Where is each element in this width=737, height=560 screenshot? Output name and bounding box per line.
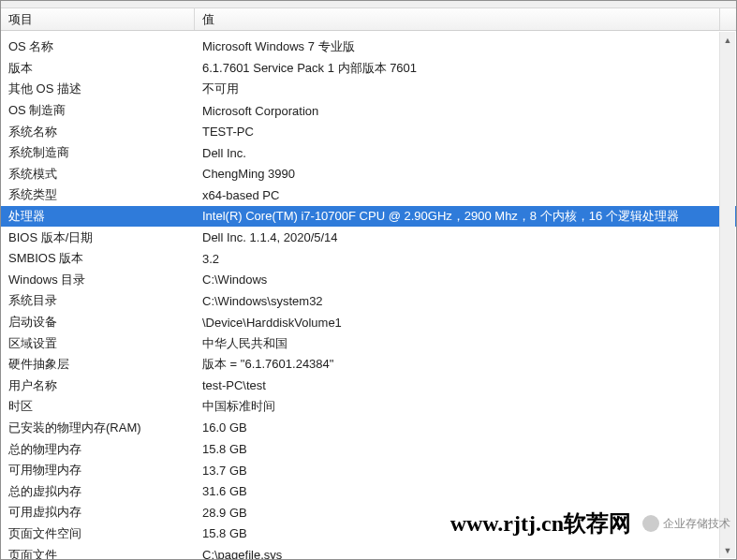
- table-row[interactable]: 总的物理内存15.8 GB: [1, 438, 736, 460]
- column-header-scroll-gap: [720, 8, 736, 30]
- property-value: ChengMing 3990: [195, 167, 736, 181]
- system-info-panel: 项目 值 OS 名称Microsoft Windows 7 专业版版本6.1.7…: [0, 0, 737, 560]
- property-name: 其他 OS 描述: [1, 81, 195, 97]
- property-value: TEST-PC: [195, 125, 736, 139]
- property-name: OS 名称: [1, 38, 195, 55]
- scrollbar-track[interactable]: [720, 48, 735, 542]
- property-name: 可用虚拟内存: [1, 504, 195, 521]
- property-name: SMBIOS 版本: [1, 250, 195, 267]
- property-value: 版本 = "6.1.7601.24384": [195, 356, 736, 373]
- property-name: 硬件抽象层: [1, 356, 195, 373]
- property-value: 13.7 GB: [195, 464, 736, 478]
- property-value: Microsoft Corporation: [195, 104, 736, 118]
- scroll-down-arrow-icon[interactable]: ▼: [720, 542, 735, 558]
- property-name: 总的虚拟内存: [1, 483, 195, 500]
- property-value: 31.6 GB: [195, 484, 736, 498]
- table-row[interactable]: 可用物理内存13.7 GB: [1, 460, 736, 481]
- table-row[interactable]: SMBIOS 版本3.2: [1, 248, 736, 270]
- property-value: Microsoft Windows 7 专业版: [195, 38, 736, 55]
- property-value: C:\Windows: [195, 273, 736, 287]
- table-row[interactable]: 硬件抽象层版本 = "6.1.7601.24384": [1, 354, 736, 376]
- table-row[interactable]: 时区中国标准时间: [1, 396, 736, 418]
- property-value: 15.8 GB: [195, 442, 736, 456]
- table-row[interactable]: 系统类型x64-based PC: [1, 184, 736, 206]
- column-header-value[interactable]: 值: [195, 8, 720, 30]
- property-value: \Device\HarddiskVolume1: [195, 316, 736, 330]
- property-value: Dell Inc.: [195, 146, 736, 160]
- property-name: 时区: [1, 398, 195, 415]
- property-value: 15.8 GB: [195, 526, 736, 540]
- property-value: test-PC\test: [195, 378, 736, 392]
- property-name: BIOS 版本/日期: [1, 229, 195, 246]
- table-row[interactable]: 系统制造商Dell Inc.: [1, 142, 736, 164]
- table-row[interactable]: 页面文件C:\pagefile.sys: [1, 544, 736, 559]
- property-name: 总的物理内存: [1, 441, 195, 458]
- table-row[interactable]: 处理器Intel(R) Core(TM) i7-10700F CPU @ 2.9…: [1, 206, 736, 228]
- table-row[interactable]: 已安装的物理内存(RAM)16.0 GB: [1, 418, 736, 439]
- table-row[interactable]: 总的虚拟内存31.6 GB: [1, 480, 736, 502]
- property-name: 系统名称: [1, 124, 195, 140]
- table-row[interactable]: 系统模式ChengMing 3990: [1, 164, 736, 185]
- property-name: 版本: [1, 60, 195, 77]
- property-name: 启动设备: [1, 314, 195, 331]
- property-value: Dell Inc. 1.1.4, 2020/5/14: [195, 230, 736, 244]
- scroll-up-arrow-icon[interactable]: ▲: [720, 32, 735, 48]
- property-name: 系统制造商: [1, 144, 195, 161]
- table-row[interactable]: 可用虚拟内存28.9 GB: [1, 502, 736, 523]
- table-row[interactable]: 版本6.1.7601 Service Pack 1 内部版本 7601: [1, 58, 736, 80]
- property-name: 系统模式: [1, 166, 195, 183]
- table-row[interactable]: 区域设置中华人民共和国: [1, 332, 736, 354]
- property-value: Intel(R) Core(TM) i7-10700F CPU @ 2.90GH…: [195, 208, 736, 225]
- property-name: 系统目录: [1, 292, 195, 309]
- property-name: 页面文件: [1, 547, 195, 559]
- property-value: 中华人民共和国: [195, 335, 736, 352]
- table-row[interactable]: OS 名称Microsoft Windows 7 专业版: [1, 37, 736, 58]
- property-value: 3.2: [195, 252, 736, 266]
- window-top-border: [1, 1, 736, 8]
- table-row[interactable]: 用户名称test-PC\test: [1, 376, 736, 397]
- table-row[interactable]: 启动设备\Device\HarddiskVolume1: [1, 312, 736, 333]
- property-value: x64-based PC: [195, 188, 736, 202]
- property-name: OS 制造商: [1, 102, 195, 119]
- property-name: 已安装的物理内存(RAM): [1, 420, 195, 436]
- table-row[interactable]: 系统目录C:\Windows\system32: [1, 290, 736, 312]
- property-value: C:\Windows\system32: [195, 294, 736, 308]
- property-value: 不可用: [195, 81, 736, 97]
- table-row[interactable]: OS 制造商Microsoft Corporation: [1, 100, 736, 122]
- property-value: 中国标准时间: [195, 398, 736, 415]
- property-name: 可用物理内存: [1, 462, 195, 479]
- property-name: 用户名称: [1, 377, 195, 394]
- property-list[interactable]: OS 名称Microsoft Windows 7 专业版版本6.1.7601 S…: [1, 31, 736, 559]
- table-row[interactable]: Windows 目录C:\Windows: [1, 270, 736, 291]
- property-name: 系统类型: [1, 186, 195, 203]
- table-row[interactable]: BIOS 版本/日期Dell Inc. 1.1.4, 2020/5/14: [1, 227, 736, 248]
- vertical-scrollbar[interactable]: ▲ ▼: [719, 32, 735, 558]
- property-name: 页面文件空间: [1, 525, 195, 542]
- property-value: 28.9 GB: [195, 506, 736, 520]
- property-name: Windows 目录: [1, 272, 195, 288]
- property-value: C:\pagefile.sys: [195, 548, 736, 559]
- table-row[interactable]: 其他 OS 描述不可用: [1, 79, 736, 100]
- table-row[interactable]: 系统名称TEST-PC: [1, 121, 736, 142]
- column-header-item[interactable]: 项目: [1, 8, 195, 30]
- table-row[interactable]: 页面文件空间15.8 GB: [1, 523, 736, 545]
- property-value: 16.0 GB: [195, 420, 736, 435]
- property-value: 6.1.7601 Service Pack 1 内部版本 7601: [195, 60, 736, 77]
- property-name: 区域设置: [1, 335, 195, 352]
- column-header-row: 项目 值: [1, 8, 736, 31]
- property-name: 处理器: [1, 208, 195, 225]
